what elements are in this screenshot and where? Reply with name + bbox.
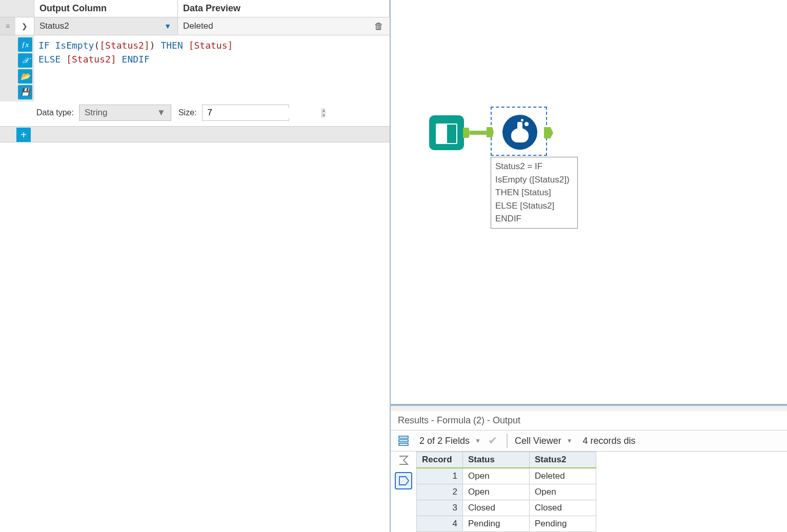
expand-toggle-icon[interactable]: ❯: [15, 17, 34, 35]
text-input-icon: [436, 120, 457, 145]
fields-count-text: 2 of 2 Fields: [416, 436, 473, 446]
input-anchor-icon[interactable]: [487, 127, 494, 137]
size-input[interactable]: [203, 108, 321, 118]
output-anchor-icon[interactable]: [544, 127, 553, 138]
dropdown-arrow-icon: ▼: [164, 22, 171, 30]
record-number-cell: 4: [417, 516, 463, 532]
fields-dropdown-icon[interactable]: ▼: [473, 437, 483, 444]
toolbar-divider: [507, 434, 508, 448]
svg-rect-1: [399, 440, 408, 442]
data-cell[interactable]: Pending: [463, 516, 530, 532]
view-all-icon[interactable]: [396, 434, 411, 448]
editor-gutter: ƒx 𝒳 📂 💾: [0, 35, 34, 101]
cell-viewer-text: Cell Viewer: [512, 436, 564, 446]
data-type-dropdown[interactable]: String ▼: [79, 105, 171, 121]
sigma-view-icon[interactable]: [395, 452, 412, 469]
record-number-cell: 1: [417, 468, 463, 484]
formula-editor-section: ƒx 𝒳 📂 💾 IF IsEmpty([Status2]) THEN [Sta…: [0, 35, 390, 101]
data-cell[interactable]: Closed: [463, 500, 530, 516]
dropdown-arrow-icon: ▼: [157, 108, 166, 118]
results-table: RecordStatusStatus2 1OpenDeleted2OpenOpe…: [416, 452, 596, 532]
results-body: RecordStatusStatus2 1OpenDeleted2OpenOpe…: [391, 452, 787, 532]
data-cell[interactable]: Open: [530, 484, 596, 500]
formula-config-panel: Output Column Data Preview ≡ ❯ Status2 ▼…: [0, 0, 391, 532]
output-anchor-view-icon[interactable]: [395, 472, 412, 489]
data-cell[interactable]: Open: [463, 484, 530, 500]
data-preview-header: Data Preview: [178, 0, 390, 17]
data-cell[interactable]: Pending: [530, 516, 596, 532]
results-table-area: RecordStatusStatus2 1OpenDeleted2OpenOpe…: [416, 452, 787, 532]
record-number-cell: 2: [417, 484, 463, 500]
checkmark-icon[interactable]: ✔: [483, 434, 502, 447]
results-panel: Results - Formula (2) - Output 2 of 2 Fi…: [391, 404, 787, 532]
data-preview-value: Deleted: [178, 21, 368, 31]
svg-rect-0: [399, 436, 408, 438]
svg-rect-2: [399, 443, 408, 445]
formula-code-editor[interactable]: IF IsEmpty([Status2]) THEN [Status]ELSE …: [34, 35, 390, 101]
drag-handle-icon[interactable]: ≡: [0, 17, 15, 35]
column-header[interactable]: Status: [463, 452, 530, 468]
formula-annotation: Status2 = IF IsEmpty ([Status2]) THEN [S…: [491, 157, 578, 229]
column-header[interactable]: Record: [417, 452, 463, 468]
data-cell[interactable]: Closed: [530, 500, 596, 516]
text-input-tool-node[interactable]: [429, 115, 464, 150]
delete-column-button[interactable]: 🗑: [368, 21, 390, 32]
cell-viewer-dropdown-icon[interactable]: ▼: [564, 437, 575, 444]
table-row[interactable]: 3ClosedClosed: [417, 500, 596, 516]
x-columns-button[interactable]: 𝒳: [18, 53, 32, 68]
spinner-down-button[interactable]: ▼: [322, 113, 326, 118]
add-row-bar: +: [0, 126, 390, 142]
record-number-cell: 3: [417, 500, 463, 516]
add-expression-button[interactable]: +: [16, 128, 31, 142]
results-toolbar: 2 of 2 Fields ▼ ✔ Cell Viewer ▼ 4 record…: [391, 431, 787, 452]
header-gutter: [0, 0, 34, 17]
formula-tool-node[interactable]: [491, 107, 547, 156]
size-label: Size:: [178, 108, 197, 117]
save-button[interactable]: 💾: [18, 85, 32, 99]
spinner-up-button[interactable]: ▲: [322, 108, 326, 113]
right-panel: Status2 = IF IsEmpty ([Status2]) THEN [S…: [391, 0, 787, 532]
data-cell[interactable]: Open: [463, 468, 530, 484]
data-type-value: String: [85, 108, 107, 118]
config-header-row: Output Column Data Preview: [0, 0, 390, 17]
output-anchor-icon[interactable]: [463, 128, 470, 138]
column-header[interactable]: Status2: [530, 452, 596, 468]
fx-functions-button[interactable]: ƒx: [18, 37, 32, 52]
size-input-group: ▲ ▼: [202, 105, 289, 121]
output-column-dropdown[interactable]: Status2 ▼: [34, 17, 178, 35]
panel-drag-handle[interactable]: [391, 406, 787, 411]
output-column-header: Output Column: [34, 0, 178, 17]
results-title: Results - Formula (2) - Output: [391, 411, 787, 431]
data-type-row: Data type: String ▼ Size: ▲ ▼: [0, 101, 390, 126]
size-spinner: ▲ ▼: [321, 108, 326, 118]
workflow-canvas[interactable]: Status2 = IF IsEmpty ([Status2]) THEN [S…: [391, 0, 787, 404]
records-count-text: 4 records dis: [580, 436, 639, 446]
data-type-label: Data type:: [36, 108, 74, 117]
output-column-value: Status2: [39, 21, 69, 31]
column-selection-row: ≡ ❯ Status2 ▼ Deleted 🗑: [0, 17, 390, 35]
table-row[interactable]: 2OpenOpen: [417, 484, 596, 500]
results-icon-rail: [391, 452, 416, 532]
table-row[interactable]: 1OpenDeleted: [417, 468, 596, 484]
formula-tool-icon: [502, 115, 537, 150]
folder-open-button[interactable]: 📂: [18, 69, 32, 84]
table-row[interactable]: 4PendingPending: [417, 516, 596, 532]
data-cell[interactable]: Deleted: [530, 468, 596, 484]
